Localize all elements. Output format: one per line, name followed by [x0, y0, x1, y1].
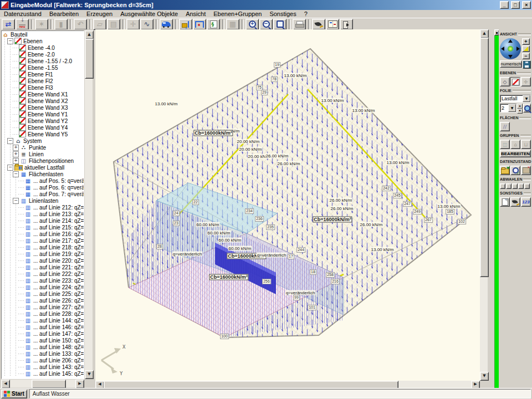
tree-expander-icon[interactable]: −	[13, 198, 19, 204]
flaechen-hatch-button[interactable]	[500, 122, 510, 131]
tree-item[interactable]: ▥... auf Linie 218: qZ=20.00	[2, 244, 84, 250]
scroll-left-icon[interactable]: ◀	[1, 380, 10, 388]
model-viewport[interactable]: X Y 13.00 kN/m13.00 kN/m13.00 kN/m13.00 …	[95, 29, 480, 381]
tree-item[interactable]: ▥... auf Linie 224: qZ=26.00	[2, 284, 84, 290]
zoom-window-button[interactable]	[273, 19, 287, 30]
scroll-thumb[interactable]	[480, 38, 489, 277]
maximize-button[interactable]: □	[511, 1, 520, 9]
scroll-down-icon[interactable]: ▼	[85, 370, 94, 379]
deselect-points-button[interactable]	[500, 183, 505, 189]
undo-button[interactable]: ↶	[74, 19, 87, 30]
tree-item[interactable]: ▥... auf Linie 133: qZ=13.00	[2, 350, 84, 357]
tree-vertical-scrollbar[interactable]: ▲ ▼	[85, 30, 93, 379]
tree-item[interactable]: ▥... auf Linie 228: qZ=26.00	[2, 310, 84, 317]
scroll-right-icon[interactable]: ▶	[75, 380, 84, 388]
gruppen-section-button[interactable]	[521, 140, 531, 149]
tree-item[interactable]: +◫Flächenpositionen	[2, 157, 84, 164]
tree-item[interactable]: Ebene -2.0	[2, 51, 84, 58]
tree-item[interactable]: ▥... auf Linie 221: qZ=26.00	[2, 264, 84, 270]
forklift-button[interactable]	[179, 19, 192, 30]
scroll-thumb[interactable]	[85, 39, 94, 79]
deselect-all-button[interactable]	[524, 183, 530, 189]
menu-item[interactable]: Ebenen+Gruppen	[209, 11, 265, 18]
tree-item[interactable]: ▥... auf Linie 214: qZ=20.00	[2, 217, 84, 224]
close-button[interactable]: ×	[522, 1, 531, 9]
car-button[interactable]	[160, 19, 173, 30]
rotate-up-icon[interactable]	[508, 39, 513, 43]
tree-item[interactable]: ▥... auf Linie 212: qZ=20.00	[2, 204, 84, 211]
menu-item[interactable]: Ausgewählte Objekte	[116, 11, 182, 18]
minimize-button[interactable]: _	[500, 1, 509, 9]
tree-item[interactable]: ▥... auf Linie 147: qZ=13.00	[2, 330, 84, 337]
tree-item[interactable]: −⌂System	[2, 137, 84, 144]
tree-expander-icon[interactable]: +	[13, 151, 19, 157]
dropdown-arrow-icon[interactable]	[508, 104, 516, 112]
tree-item[interactable]: Ebene Wand X1	[2, 91, 84, 98]
tree-item[interactable]: −▦Flächenlasten	[2, 171, 84, 177]
folie-type-select[interactable]: Lastfall	[500, 95, 531, 103]
tree-item[interactable]: +≡Linien	[2, 151, 84, 157]
line-button[interactable]: ∿	[140, 19, 154, 30]
tree-item[interactable]: Ebene Fl1	[2, 71, 84, 78]
scroll-down-icon[interactable]: ▼	[480, 372, 489, 381]
plate-button[interactable]: ▱	[93, 19, 106, 30]
new-button[interactable]: neu	[16, 19, 29, 30]
deselect-lines-button[interactable]	[506, 183, 511, 189]
menu-item[interactable]: ?	[300, 11, 311, 18]
tree-item[interactable]: Ebene Wand X2	[2, 98, 84, 104]
view-zoom-in-button[interactable]: +	[522, 38, 530, 45]
move-button[interactable]: ✛	[126, 19, 140, 30]
deselect-areas-button[interactable]	[512, 183, 518, 189]
crane-button[interactable]	[193, 19, 206, 30]
tree-item[interactable]: ▥... auf Linie 206: qZ=13.00	[2, 357, 84, 364]
numerisch-button[interactable]: numerisch	[500, 60, 522, 68]
tree-item[interactable]: Ebene -4.0	[2, 44, 84, 51]
exchange-button[interactable]: ⇄	[2, 19, 15, 30]
tree-item[interactable]: ▥... auf Linie 226: qZ=26.00	[2, 297, 84, 304]
manual-button[interactable]	[326, 19, 339, 30]
tree-item[interactable]: ▦... auf Pos. 7: q=veränderli	[2, 191, 84, 197]
render-pen-button[interactable]	[510, 197, 520, 207]
scroll-thumb[interactable]	[32, 380, 66, 388]
ebene-move-button[interactable]	[521, 77, 531, 86]
ebene-edit-button[interactable]	[510, 77, 520, 86]
protocol-button[interactable]	[500, 197, 510, 207]
save-view-button[interactable]	[523, 60, 531, 69]
tree-item[interactable]: −aktueller Lastfall	[2, 164, 84, 171]
tree-item[interactable]: ▦... auf Pos. 6: q=veränderli	[2, 184, 84, 191]
numbering-button[interactable]: 123	[521, 197, 531, 207]
tree-item[interactable]: ▥... auf Linie 143: qZ=13.00	[2, 364, 84, 370]
tree-item[interactable]: ▥... auf Linie 145: qZ=13.00	[2, 370, 84, 377]
tree-item[interactable]: ▥... auf Linie 148: qZ=13.00	[2, 344, 84, 350]
lamp-button[interactable]: ✶	[35, 19, 48, 30]
daten-delete-button[interactable]	[521, 166, 531, 175]
tree-horizontal-scrollbar[interactable]: ◀ ▶	[1, 380, 84, 387]
view-navigation-ball[interactable]	[500, 38, 521, 59]
menu-item[interactable]: Ansicht	[182, 11, 209, 18]
canvas-vertical-scrollbar[interactable]: ▲ ▼	[480, 29, 488, 381]
task-button[interactable]: Auflast Wasser	[29, 389, 531, 398]
menu-item[interactable]: Erzeugen	[83, 11, 116, 18]
coil-button[interactable]	[207, 19, 220, 30]
start-button[interactable]: Start	[1, 390, 27, 398]
tree-expander-icon[interactable]: +	[13, 158, 19, 164]
tree-item[interactable]: ▥... auf Linie 217: qZ=20.00	[2, 237, 84, 244]
tree-item[interactable]: Ebene Wand Y1	[2, 111, 84, 117]
view-zoom-out-button[interactable]: −	[522, 53, 530, 59]
ebene-3d-button[interactable]	[500, 77, 510, 86]
tree-item[interactable]: Ebene Fl2	[2, 78, 84, 84]
rotate-right-icon[interactable]	[516, 47, 520, 51]
tree-item[interactable]: ▥... auf Linie 222: qZ=26.00	[2, 270, 84, 277]
tree-item[interactable]: −Ebenen	[2, 38, 84, 44]
tree-item[interactable]: ▥... auf Linie 150: qZ=13.00	[2, 337, 84, 344]
print-button[interactable]	[293, 19, 306, 30]
menu-item[interactable]: Bearbeiten	[45, 11, 83, 18]
tree-item[interactable]: ▥... auf Linie 219: qZ=26.00	[2, 250, 84, 257]
canvas-horizontal-scrollbar[interactable]: ◀ ▶	[95, 381, 480, 388]
scroll-up-icon[interactable]: ▲	[480, 29, 489, 38]
tree-item[interactable]: Ebene Wand X3	[2, 104, 84, 111]
gruppen-select-button[interactable]	[500, 140, 510, 149]
view-perspective-button[interactable]	[522, 45, 530, 52]
tree-item[interactable]: ▥... auf Linie 215: qZ=20.00	[2, 224, 84, 231]
tree-item[interactable]: ▦... auf Pos. 5: q=veränderli	[2, 177, 84, 184]
